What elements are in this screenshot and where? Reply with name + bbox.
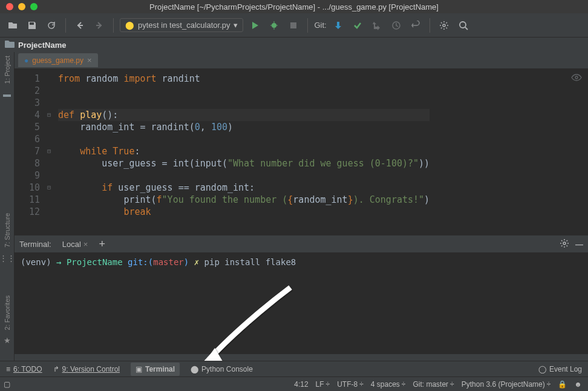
editor-tabs: ● guess_game.py × [15, 52, 588, 69]
vcs-tool-button[interactable]: ↱9: Version Control [53, 365, 120, 373]
svg-point-3 [443, 24, 445, 27]
svg-point-4 [460, 22, 466, 28]
run-icon[interactable] [247, 18, 263, 33]
git-compare-icon[interactable] [369, 18, 385, 33]
fold-icon[interactable]: ⊟ [45, 145, 53, 157]
close-terminal-tab-icon[interactable]: × [83, 240, 88, 249]
terminal-icon: ▣ [136, 365, 142, 373]
run-configuration-dropdown[interactable]: ⬤ pytest in test_calculator.py ▾ [120, 18, 243, 32]
terminal-tab-local[interactable]: Local × [57, 238, 93, 250]
search-icon[interactable] [456, 18, 471, 33]
close-tab-icon[interactable]: × [87, 56, 92, 65]
line-separator[interactable]: LF ÷ [316, 380, 330, 389]
fold-icon[interactable]: ⊟ [45, 182, 53, 194]
list-icon: ≡ [6, 365, 10, 373]
git-update-icon[interactable] [330, 18, 346, 33]
git-label: Git: [314, 21, 326, 30]
dropdown-icon: ▾ [234, 21, 238, 30]
main-toolbar: ⬤ pytest in test_calculator.py ▾ Git: [0, 13, 588, 38]
balloon-icon: ◯ [538, 365, 546, 373]
settings-icon[interactable] [436, 18, 452, 33]
structure-icon[interactable]: ⋮⋮ [0, 254, 15, 263]
svg-point-0 [272, 23, 276, 28]
branch-icon: ↱ [53, 365, 59, 373]
stop-icon[interactable] [286, 18, 301, 33]
refresh-icon[interactable] [44, 18, 59, 33]
structure-tool-button[interactable]: 7: Structure [4, 209, 11, 251]
terminal-title: Terminal: [19, 240, 51, 249]
project-icon[interactable]: ▬ [3, 90, 11, 99]
folder-icon [5, 40, 15, 50]
python-interpreter[interactable]: Python 3.6 (ProjectName) ÷ [462, 380, 551, 389]
star-icon[interactable]: ★ [4, 336, 11, 345]
open-icon[interactable] [5, 18, 21, 33]
svg-point-6 [563, 242, 566, 245]
file-encoding[interactable]: UTF-8 ÷ [337, 380, 364, 389]
titlebar: ProjectName [~/PycharmProjects/ProjectNa… [0, 0, 588, 13]
back-icon[interactable] [72, 18, 88, 33]
python-file-icon: ● [24, 56, 28, 65]
line-numbers: 123 456 789 101112 [15, 69, 45, 236]
terminal-settings-icon[interactable] [560, 238, 569, 250]
file-tab-label: guess_game.py [32, 56, 83, 65]
project-tool-button[interactable]: 1: Project [4, 52, 11, 87]
forward-icon[interactable] [91, 18, 107, 33]
svg-point-5 [575, 76, 578, 79]
event-log-button[interactable]: ◯Event Log [538, 365, 582, 373]
code-editor[interactable]: 123 456 789 101112 ⊟ ⊟ ⊟ from random imp… [15, 69, 588, 236]
git-branch-status[interactable]: Git: master ÷ [413, 380, 454, 389]
cursor-position[interactable]: 4:12 [294, 380, 308, 389]
python-icon: ⬤ [125, 21, 134, 30]
debug-icon[interactable] [266, 18, 282, 33]
new-terminal-tab-icon[interactable]: + [99, 238, 105, 251]
run-config-label: pytest in test_calculator.py [138, 21, 230, 30]
git-commit-icon[interactable] [350, 18, 365, 33]
bottom-tool-bar: ≡6: TODO ↱9: Version Control ▣Terminal ⬤… [0, 361, 588, 376]
window-title: ProjectName [~/PycharmProjects/ProjectNa… [0, 2, 588, 12]
terminal-tabs: Terminal: Local × + — [15, 235, 588, 252]
git-revert-icon[interactable] [408, 18, 423, 33]
status-bar: ▢ 4:12 LF ÷ UTF-8 ÷ 4 spaces ÷ Git: mast… [0, 376, 588, 391]
terminal-tool-button[interactable]: ▣Terminal [131, 363, 180, 376]
file-tab-guess-game[interactable]: ● guess_game.py × [18, 53, 98, 67]
breadcrumb-project: ProjectName [18, 41, 66, 50]
todo-tool-button[interactable]: ≡6: TODO [6, 365, 42, 373]
hide-panel-icon[interactable]: — [575, 240, 583, 249]
fold-gutter: ⊟ ⊟ ⊟ [45, 69, 53, 236]
terminal-body[interactable]: (venv) → ProjectName git:(master) ✗ pip … [15, 252, 588, 354]
tool-windows-icon[interactable]: ▢ [4, 380, 10, 389]
favorites-tool-button[interactable]: 2: Favorites [4, 292, 11, 334]
git-history-icon[interactable] [388, 18, 404, 33]
fold-icon[interactable]: ⊟ [45, 109, 53, 121]
python-icon: ⬤ [191, 365, 198, 373]
path-breadcrumb[interactable]: ProjectName [0, 38, 588, 52]
save-icon[interactable] [24, 18, 40, 33]
svg-rect-1 [290, 22, 296, 28]
inspections-icon[interactable] [571, 73, 582, 84]
ide-man-icon[interactable]: ☻ [574, 380, 582, 389]
code-body[interactable]: from random import randint def play(): r… [53, 69, 430, 236]
lock-icon[interactable]: 🔒 [558, 380, 567, 389]
indent-setting[interactable]: 4 spaces ÷ [371, 380, 406, 389]
python-console-tool-button[interactable]: ⬤Python Console [191, 365, 253, 373]
